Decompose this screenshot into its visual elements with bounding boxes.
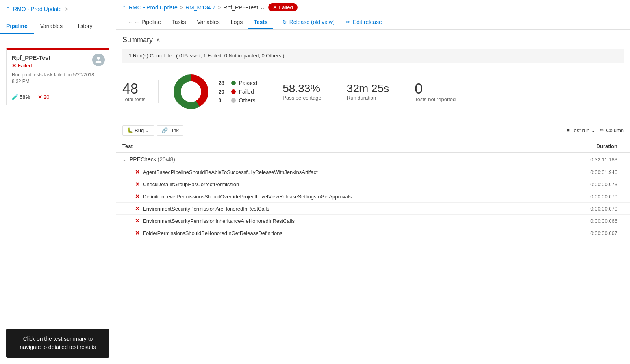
test-item-duration: 0:00:00.067 (553, 230, 624, 236)
refresh-icon: ↻ (282, 19, 287, 25)
test-group-name: PPECheck (20/48) (130, 156, 553, 163)
test-item-name: EnvironmentSecurityPermissionAreHonoredI… (143, 206, 553, 212)
fail-cross-icon: ✕ (135, 230, 140, 236)
tab-pipeline-label: ← Pipeline (134, 19, 161, 25)
legend-passed: 28 Passed (219, 80, 258, 86)
column-label: Column (606, 127, 624, 133)
total-tests-label: Total tests (122, 96, 146, 102)
stage-dropdown-icon[interactable]: ⌄ (260, 4, 265, 11)
run-duration-block: 32m 25s Run duration (347, 83, 402, 101)
test-group-fraction: (20/48) (158, 156, 175, 163)
run-duration-label: Run duration (347, 95, 389, 101)
test-item-duration: 0:00:00.070 (553, 206, 624, 212)
test-item-row[interactable]: ✕ EnvironmentSecurityPermissionAreHonore… (116, 203, 630, 215)
legend-passed-label: Passed (239, 80, 258, 86)
tab-variables[interactable]: Variables (192, 15, 225, 29)
test-item-duration: 0:00:00.070 (553, 194, 624, 200)
donut-chart-container: 28 Passed 20 Failed 0 Others (171, 72, 270, 111)
sidebar-nav-variables[interactable]: Variables (34, 18, 69, 34)
test-run-dropdown-icon: ⌄ (591, 127, 595, 133)
edit-release-btn[interactable]: ✏ Edit release (340, 15, 387, 29)
badge-icon: ✕ (273, 4, 277, 10)
pass-pct-label: Pass percentage (283, 95, 321, 101)
tab-tasks[interactable]: Tasks (167, 15, 192, 29)
stat-separator-3 (334, 80, 334, 103)
avatar (92, 54, 105, 66)
tab-logs[interactable]: Logs (225, 15, 248, 29)
stage-card[interactable]: Rpf_PPE-Test ✕ Failed Run prod tests tas… (6, 48, 109, 105)
tab-pipeline-back[interactable]: ← ← Pipeline (122, 15, 167, 29)
bug-icon: 🐛 (127, 127, 133, 133)
header-project-link[interactable]: RMO - Prod Update (129, 4, 178, 11)
stat-separator-2 (270, 80, 270, 103)
test-item-row[interactable]: ✕ DefinitionLevelPermissionsShouldOverri… (116, 190, 630, 203)
legend-passed-dot (231, 81, 236, 85)
sidebar-project-name[interactable]: RMO - Prod Update (13, 6, 62, 12)
test-item-row[interactable]: ✕ EnvironmentSecurityPermissionInheritan… (116, 215, 630, 227)
action-right: ≡ Test run ⌄ ✏ Column (567, 127, 624, 133)
edit-release-label: Edit release (353, 19, 382, 25)
test-group-row[interactable]: ⌄ PPECheck (20/48) 0:32:11.183 (116, 153, 630, 166)
release-old-view-btn[interactable]: ↻ Release (old view) (277, 15, 340, 29)
test-item-name: DefinitionLevelPermissionsShouldOverride… (143, 194, 553, 200)
total-tests-num: 48 (122, 81, 146, 97)
summary-header[interactable]: Summary ∧ (122, 36, 624, 44)
summary-section: Summary ∧ 1 Run(s) Completed ( 0 Passed,… (116, 30, 630, 121)
column-btn[interactable]: ✏ Column (600, 127, 624, 133)
bug-button[interactable]: 🐛 Bug ⌄ (122, 125, 154, 136)
main-header: ↑ RMO - Prod Update > RM_M134.7 > Rpf_PP… (116, 0, 630, 15)
legend-passed-num: 28 (219, 80, 228, 86)
header-sep1: > (180, 4, 183, 11)
sidebar-nav-pipeline[interactable]: Pipeline (0, 18, 34, 34)
summary-title: Summary (122, 36, 153, 44)
header-breadcrumb: RMO - Prod Update > RM_M134.7 > Rpf_PPE-… (129, 4, 265, 11)
test-table: Test Duration ⌄ PPECheck (20/48) 0:32:11… (116, 140, 630, 364)
not-reported-num: 0 (415, 81, 456, 97)
header-project-icon: ↑ (122, 4, 126, 11)
test-item-row[interactable]: ✕ CheckDefaultGroupHasCorrectPermission … (116, 178, 630, 190)
sidebar-nav-history[interactable]: History (69, 18, 99, 34)
sidebar: ↑ RMO - Prod Update > Pipeline Variables… (0, 0, 116, 364)
test-item-row[interactable]: ✕ AgentBasedPipelineShouldBeAbleToSucces… (116, 166, 630, 178)
donut-legend: 28 Passed 20 Failed 0 Others (219, 80, 258, 103)
stat-separator-1 (158, 80, 159, 103)
stage-fail-icon2: ✕ (38, 94, 42, 100)
donut-chart (171, 72, 211, 111)
header-stage-name: Rpf_PPE-Test (223, 4, 258, 11)
legend-others: 0 Others (219, 97, 258, 103)
tab-tests[interactable]: Tests (248, 15, 273, 29)
test-run-btn[interactable]: ≡ Test run ⌄ (567, 127, 595, 133)
stat-separator-4 (402, 80, 402, 103)
action-left: 🐛 Bug ⌄ 🔗 Link (122, 125, 183, 136)
link-button[interactable]: 🔗 Link (157, 125, 183, 136)
stage-pass-metric: 🧪 58% (12, 94, 30, 100)
fail-cross-icon: ✕ (135, 193, 140, 200)
stage-footer: 🧪 58% ✕ 20 (12, 90, 104, 100)
pass-pct-num: 58.33% (283, 83, 321, 95)
test-item-name: CheckDefaultGroupHasCorrectPermission (143, 181, 553, 187)
tooltip-box: Click on the test summary to navigate to… (6, 329, 109, 358)
test-run-label: Test run (571, 127, 589, 133)
nav-separator (275, 18, 275, 26)
stage-fail-count: 20 (44, 94, 49, 100)
run-duration-num: 32m 25s (347, 83, 389, 95)
nav-tabs: ← ← Pipeline Tasks Variables Logs Tests … (116, 15, 630, 30)
release-old-view-label: Release (old view) (289, 19, 335, 25)
svg-point-3 (181, 81, 201, 102)
sidebar-header: ↑ RMO - Prod Update > (0, 0, 116, 18)
bug-label: Bug (135, 127, 144, 133)
fail-cross-icon: ✕ (135, 169, 140, 175)
edit-icon: ✏ (346, 19, 350, 25)
stage-fail-metric: ✕ 20 (38, 94, 49, 100)
test-item-name: AgentBasedPipelineShouldBeAbleToSuccessf… (143, 169, 553, 175)
collapse-icon: ∧ (156, 36, 161, 44)
test-item-row[interactable]: ✕ FolderPermissionsShouldBeHonoredInGetR… (116, 227, 630, 239)
badge-label: Failed (279, 4, 293, 10)
link-label: Link (169, 127, 179, 133)
stats-row: 48 Total tests (122, 69, 624, 115)
not-reported-label: Tests not reported (415, 96, 456, 102)
header-release-link[interactable]: RM_M134.7 (185, 4, 215, 11)
sidebar-content: Rpf_PPE-Test ✕ Failed Run prod tests tas… (0, 34, 116, 364)
stage-name: Rpf_PPE-Test (12, 54, 104, 61)
pass-pct-block: 58.33% Pass percentage (283, 83, 334, 101)
